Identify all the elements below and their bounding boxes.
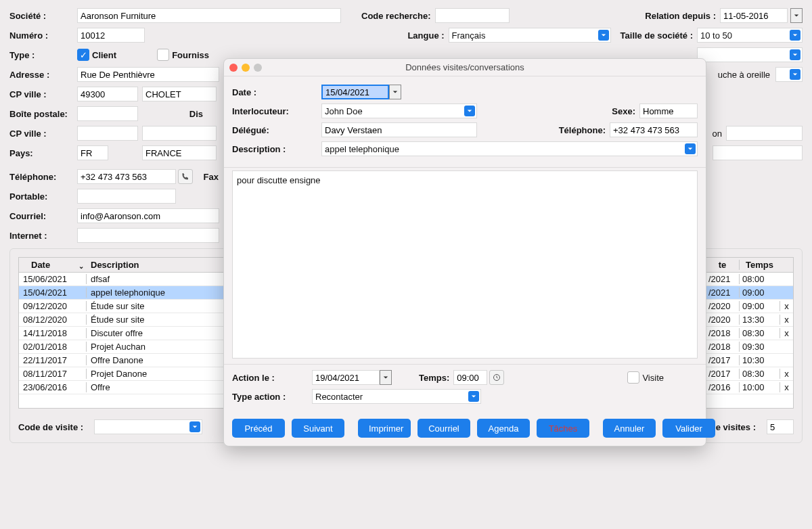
label-m-type-action: Type action :: [232, 392, 312, 402]
cell-x: x: [780, 301, 793, 311]
zoom-icon[interactable]: [254, 64, 262, 72]
input-portable[interactable]: [77, 189, 176, 204]
input-telephone[interactable]: [77, 169, 176, 184]
label-cpville: CP ville :: [9, 89, 77, 99]
btn-agenda[interactable]: Agenda: [477, 419, 530, 438]
input-pays-code[interactable]: [77, 145, 108, 160]
cell-extra: /2016: [705, 382, 739, 392]
btn-imprimer[interactable]: Imprimer: [358, 419, 411, 438]
label-obscured-on: on: [713, 129, 722, 139]
select-m-description-value: appel telephonique: [325, 144, 399, 154]
select-m-description[interactable]: appel telephonique: [321, 141, 698, 156]
chevron-down-icon: [685, 143, 696, 154]
visit-dialog: Données visites/conversations Date : Int…: [223, 58, 706, 446]
input-ville2[interactable]: [142, 126, 217, 141]
select-taille-value: 10 to 50: [700, 30, 732, 41]
input-relation-depuis[interactable]: [720, 8, 788, 23]
select-obscured[interactable]: [775, 67, 803, 82]
clock-icon[interactable]: [489, 370, 504, 385]
label-fournisseur: Fourniss: [172, 50, 209, 60]
label-fax: Fax: [198, 172, 219, 182]
select-type-extra[interactable]: [697, 47, 803, 62]
select-m-interlocuteur[interactable]: John Doe: [321, 104, 477, 118]
chevron-down-icon: [189, 421, 200, 432]
btn-valider[interactable]: Valider: [662, 419, 715, 438]
select-taille[interactable]: 10 to 50: [697, 28, 803, 43]
label-m-date: Date :: [232, 87, 321, 97]
select-m-type-action[interactable]: Recontacter: [312, 389, 481, 404]
phone-icon[interactable]: [178, 169, 193, 184]
date-picker-icon[interactable]: [380, 370, 392, 385]
label-relation-depuis: Relation depuis :: [645, 11, 716, 21]
chevron-down-icon: [790, 49, 800, 60]
checkbox-visite[interactable]: [627, 371, 639, 384]
chevron-down-icon: [468, 391, 479, 402]
input-cp2[interactable]: [77, 126, 138, 141]
th-extra[interactable]: te: [705, 260, 739, 270]
label-m-delegue: Délégué:: [232, 125, 321, 135]
select-code-visite[interactable]: [94, 419, 202, 434]
btn-taches[interactable]: Tâches: [537, 419, 589, 438]
input-adresse[interactable]: [77, 67, 219, 82]
label-cpville2: CP ville :: [9, 129, 77, 139]
checkbox-fournisseur[interactable]: [157, 49, 169, 61]
input-cp[interactable]: [77, 87, 138, 101]
cell-extra: /2018: [705, 342, 739, 352]
input-ville[interactable]: [142, 87, 217, 101]
cell-temps: 13:30: [739, 315, 780, 325]
label-pays: Pays:: [9, 148, 77, 158]
relation-date-dropdown-icon[interactable]: [790, 8, 803, 23]
input-pays-name[interactable]: [142, 145, 217, 160]
textarea-notes[interactable]: pour discutte ensigne: [232, 170, 698, 359]
input-m-action-le[interactable]: [312, 370, 380, 385]
btn-courriel[interactable]: Courriel: [418, 419, 470, 438]
select-m-interlocuteur-value: John Doe: [325, 106, 363, 116]
label-m-interlocuteur: Interlocuteur:: [232, 106, 321, 116]
date-picker-icon[interactable]: [389, 85, 401, 99]
cell-extra: /2017: [705, 355, 739, 365]
checkbox-client[interactable]: [77, 49, 89, 61]
cell-date: 08/12/2020: [19, 315, 87, 325]
input-code-recherche[interactable]: [435, 8, 510, 23]
input-courriel[interactable]: [77, 208, 219, 223]
input-societe[interactable]: [77, 8, 341, 23]
btn-preced[interactable]: Précéd: [232, 419, 285, 438]
input-nombre-visites: [767, 419, 794, 434]
select-m-type-action-value: Recontacter: [315, 392, 363, 402]
close-icon[interactable]: [229, 64, 238, 72]
input-m-delegue[interactable]: [321, 122, 477, 137]
cell-temps: 08:00: [739, 274, 780, 284]
select-langue-value: Français: [452, 30, 486, 41]
input-internet[interactable]: [77, 228, 219, 243]
chevron-down-icon: [464, 106, 475, 116]
cell-extra: /2021: [705, 288, 739, 298]
input-boite[interactable]: [77, 106, 138, 121]
chevron-down-icon: [598, 30, 609, 41]
input-m-date[interactable]: [321, 85, 389, 99]
label-langue: Langue :: [407, 30, 444, 41]
chevron-down-icon: [790, 30, 800, 41]
minimize-icon[interactable]: [242, 64, 250, 72]
cell-temps: 08:30: [739, 328, 780, 338]
input-numero[interactable]: [77, 28, 145, 43]
chevron-down-icon: [790, 69, 800, 80]
label-societe: Société :: [9, 11, 77, 21]
label-courriel: Courriel:: [9, 211, 77, 221]
th-date[interactable]: Date ⌄: [19, 260, 87, 270]
btn-suivant[interactable]: Suivant: [292, 419, 344, 438]
label-m-temps: Temps:: [419, 373, 449, 383]
input-extra-right[interactable]: [713, 145, 803, 160]
label-obscured-bouche: uche à oreille: [718, 70, 770, 80]
input-m-sexe[interactable]: [639, 104, 698, 118]
input-m-temps[interactable]: [453, 370, 487, 385]
th-temps[interactable]: Temps: [739, 260, 780, 270]
cell-x: x: [780, 382, 793, 392]
label-numero: Numéro :: [9, 30, 77, 41]
input-m-telephone[interactable]: [610, 122, 698, 137]
input-obscured-on[interactable]: [726, 126, 803, 141]
cell-date: 09/12/2020: [19, 301, 87, 311]
select-langue[interactable]: Français: [449, 28, 611, 43]
btn-annuler[interactable]: Annuler: [603, 419, 656, 438]
cell-temps: 10:00: [739, 382, 780, 392]
label-boite: Boîte postale:: [9, 109, 77, 119]
